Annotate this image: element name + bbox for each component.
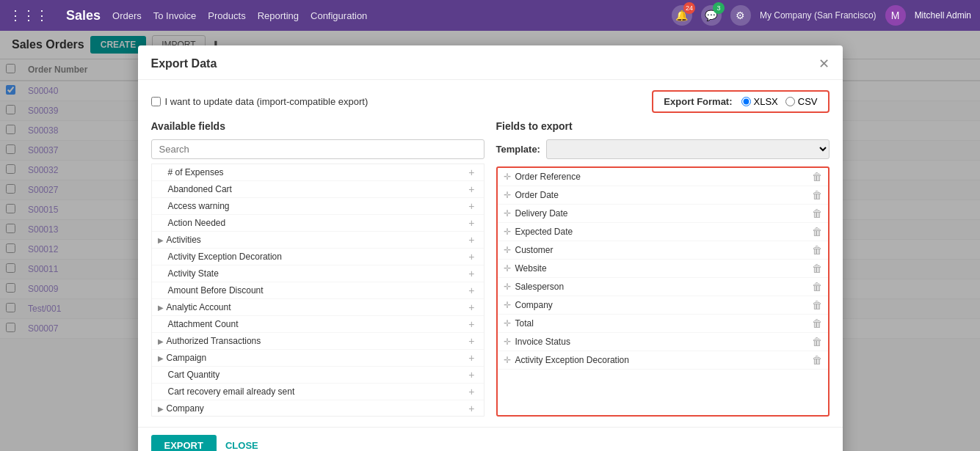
delete-field-button[interactable]: 🗑 xyxy=(812,189,822,201)
add-field-button[interactable]: + xyxy=(465,217,477,229)
delete-field-button[interactable]: 🗑 xyxy=(812,263,822,274)
available-fields-column: Available fields # of Expenses + Abandon… xyxy=(151,120,484,417)
field-label: Campaign xyxy=(167,353,207,363)
user-name: Mitchell Admin xyxy=(915,10,971,21)
list-item[interactable]: Amount Before Discount + xyxy=(152,282,484,299)
export-fields-list[interactable]: ✛ Order Reference 🗑 ✛ Order Date 🗑 ✛ Del… xyxy=(496,166,830,417)
export-button[interactable]: EXPORT xyxy=(151,435,217,451)
list-item[interactable]: ✛ Expected Date 🗑 xyxy=(498,223,828,241)
add-field-button[interactable]: + xyxy=(465,369,477,381)
field-label: Activities xyxy=(167,235,201,245)
template-select[interactable] xyxy=(546,139,830,159)
add-field-button[interactable]: + xyxy=(465,268,477,279)
format-xlsx-radio[interactable] xyxy=(741,97,751,106)
add-field-button[interactable]: + xyxy=(465,234,477,246)
list-item[interactable]: Activity Exception Decoration + xyxy=(152,249,484,265)
grid-icon[interactable]: ⋮⋮⋮ xyxy=(9,7,48,23)
drag-handle-icon[interactable]: ✛ xyxy=(504,282,511,292)
list-item[interactable]: ✛ Order Reference 🗑 xyxy=(498,168,828,186)
list-item[interactable]: Action Needed + xyxy=(152,215,484,232)
list-item[interactable]: ▶ Authorized Transactions + xyxy=(152,333,484,350)
field-label: Cart recovery email already sent xyxy=(168,386,295,397)
list-item[interactable]: ✛ Company 🗑 xyxy=(498,296,828,315)
delete-field-button[interactable]: 🗑 xyxy=(812,226,822,238)
modal-overlay: Export Data ✕ I want to update data (imp… xyxy=(0,31,980,451)
expand-arrow-icon: ▶ xyxy=(158,304,164,312)
nav-products[interactable]: Products xyxy=(208,10,245,21)
modal-close-button[interactable]: ✕ xyxy=(819,56,830,72)
list-item[interactable]: Activity State + xyxy=(152,265,484,282)
format-csv-radio[interactable] xyxy=(785,97,795,106)
list-item[interactable]: ▶ Company + xyxy=(152,400,484,417)
delete-field-button[interactable]: 🗑 xyxy=(812,299,822,311)
list-item[interactable]: ✛ Customer 🗑 xyxy=(498,241,828,260)
delete-field-button[interactable]: 🗑 xyxy=(812,244,822,256)
list-item[interactable]: ✛ Website 🗑 xyxy=(498,260,828,278)
nav-orders[interactable]: Orders xyxy=(112,10,142,21)
topbar-right: 🔔 24 💬 3 ⚙ My Company (San Francisco) M … xyxy=(672,5,971,26)
add-field-button[interactable]: + xyxy=(465,403,477,414)
import-compatible-label[interactable]: I want to update data (import-compatible… xyxy=(151,96,369,107)
import-compatible-checkbox[interactable] xyxy=(151,97,161,106)
add-field-button[interactable]: + xyxy=(465,200,477,212)
fields-search-input[interactable] xyxy=(151,139,484,159)
user-avatar[interactable]: M xyxy=(885,5,906,26)
drag-handle-icon[interactable]: ✛ xyxy=(504,208,511,219)
list-item[interactable]: ✛ Salesperson 🗑 xyxy=(498,278,828,296)
list-item[interactable]: ▶ Activities + xyxy=(152,232,484,249)
list-item[interactable]: ✛ Order Date 🗑 xyxy=(498,186,828,205)
drag-handle-icon[interactable]: ✛ xyxy=(504,355,511,365)
drag-handle-icon[interactable]: ✛ xyxy=(504,245,511,255)
add-field-button[interactable]: + xyxy=(465,335,477,347)
nav-configuration[interactable]: Configuration xyxy=(311,10,367,21)
list-item[interactable]: Attachment Count + xyxy=(152,316,484,333)
notification-badge: 24 xyxy=(683,2,695,14)
delete-field-button[interactable]: 🗑 xyxy=(812,354,822,366)
delete-field-button[interactable]: 🗑 xyxy=(812,281,822,293)
list-item[interactable]: Abandoned Cart + xyxy=(152,181,484,198)
add-field-button[interactable]: + xyxy=(465,352,477,364)
modal-footer: EXPORT CLOSE xyxy=(138,427,843,451)
drag-handle-icon[interactable]: ✛ xyxy=(504,337,511,347)
delete-field-button[interactable]: 🗑 xyxy=(812,208,822,219)
add-field-button[interactable]: + xyxy=(465,301,477,313)
settings-icon[interactable]: ⚙ xyxy=(730,5,751,26)
add-field-button[interactable]: + xyxy=(465,183,477,195)
list-item[interactable]: # of Expenses + xyxy=(152,164,484,181)
list-item[interactable]: Access warning + xyxy=(152,198,484,215)
format-xlsx-option[interactable]: XLSX xyxy=(741,96,778,107)
message-icon[interactable]: 💬 3 xyxy=(701,5,722,26)
drag-handle-icon[interactable]: ✛ xyxy=(504,300,511,310)
nav-reporting[interactable]: Reporting xyxy=(258,10,299,21)
topbar: ⋮⋮⋮ Sales Orders To Invoice Products Rep… xyxy=(0,0,980,31)
drag-handle-icon[interactable]: ✛ xyxy=(504,227,511,237)
export-field-label: Invoice Status xyxy=(515,337,570,347)
close-button[interactable]: CLOSE xyxy=(225,440,258,451)
modal-columns: Available fields # of Expenses + Abandon… xyxy=(151,120,830,417)
available-fields-list[interactable]: # of Expenses + Abandoned Cart + Access … xyxy=(151,164,484,417)
list-item[interactable]: Cart Quantity + xyxy=(152,367,484,384)
drag-handle-icon[interactable]: ✛ xyxy=(504,263,511,274)
notification-icon[interactable]: 🔔 24 xyxy=(672,5,692,26)
list-item[interactable]: ▶ Campaign + xyxy=(152,350,484,367)
add-field-button[interactable]: + xyxy=(465,166,477,178)
drag-handle-icon[interactable]: ✛ xyxy=(504,318,511,329)
drag-handle-icon[interactable]: ✛ xyxy=(504,190,511,200)
list-item[interactable]: ▶ Analytic Account + xyxy=(152,299,484,316)
delete-field-button[interactable]: 🗑 xyxy=(812,171,822,183)
list-item[interactable]: ✛ Total 🗑 xyxy=(498,315,828,333)
template-row: Template: xyxy=(496,139,830,159)
add-field-button[interactable]: + xyxy=(465,318,477,330)
list-item[interactable]: ✛ Delivery Date 🗑 xyxy=(498,205,828,223)
delete-field-button[interactable]: 🗑 xyxy=(812,318,822,329)
delete-field-button[interactable]: 🗑 xyxy=(812,336,822,348)
list-item[interactable]: Cart recovery email already sent + xyxy=(152,384,484,400)
list-item[interactable]: ✛ Activity Exception Decoration 🗑 xyxy=(498,351,828,370)
list-item[interactable]: ✛ Invoice Status 🗑 xyxy=(498,333,828,351)
nav-to-invoice[interactable]: To Invoice xyxy=(153,10,197,21)
add-field-button[interactable]: + xyxy=(465,285,477,296)
add-field-button[interactable]: + xyxy=(465,251,477,263)
drag-handle-icon[interactable]: ✛ xyxy=(504,172,511,182)
format-csv-option[interactable]: CSV xyxy=(785,96,818,107)
add-field-button[interactable]: + xyxy=(465,386,477,397)
